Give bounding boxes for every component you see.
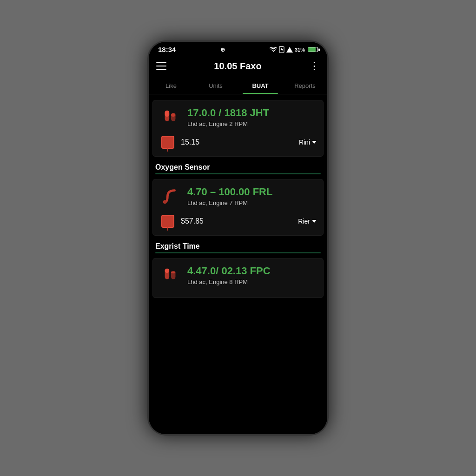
- svg-marker-3: [286, 47, 293, 53]
- card-1-price: 15.15: [181, 138, 294, 146]
- status-time: 18:34: [158, 46, 176, 53]
- chevron-down-icon-1: [312, 141, 317, 144]
- oxygen-sensor-icon: [161, 187, 180, 205]
- hamburger-line-1: [156, 62, 166, 63]
- battery-icon: [308, 47, 318, 52]
- card-2-label: Lhd ac, Engine 7 RPM: [187, 199, 317, 206]
- card-2-icon: [159, 185, 182, 207]
- svg-marker-2: [280, 48, 283, 52]
- svg-rect-12: [171, 271, 176, 273]
- more-options-button[interactable]: ⋮: [309, 60, 320, 72]
- card-2-dropdown[interactable]: Rier: [298, 218, 317, 225]
- wifi-icon: [270, 47, 277, 53]
- tab-units[interactable]: Units: [193, 77, 238, 94]
- exgrist-time-title: Exgrist Time: [155, 242, 321, 251]
- app-title: 10.05 Faxo: [214, 61, 261, 72]
- fuel-gauge-icon: [161, 108, 180, 126]
- section-divider-1: [155, 173, 321, 174]
- card-2-value: 4.70 – 100.00 FRL: [187, 186, 317, 198]
- card-1-value: 17.0.0 / 1818 JHT: [187, 107, 317, 119]
- oxygen-sensor-title: Oxygen Sensor: [155, 163, 321, 172]
- content-area: 17.0.0 / 1818 JHT Lhd ac, Engine 2 RPM 1…: [149, 94, 327, 434]
- svg-rect-1: [280, 46, 283, 46]
- card-1-label: Lhd ac, Engine 2 RPM: [187, 120, 317, 127]
- status-icons: 31%: [270, 46, 318, 53]
- card-2-secondary-icon: [159, 213, 176, 230]
- card-2-price: $57.85: [181, 217, 293, 225]
- svg-point-8: [163, 200, 167, 204]
- svg-rect-7: [171, 113, 176, 117]
- card-1: 17.0.0 / 1818 JHT Lhd ac, Engine 2 RPM 1…: [152, 100, 324, 157]
- exgrist-fuel-icon: [161, 266, 180, 284]
- status-bar: 18:34 ⊕ 31: [149, 42, 327, 55]
- red-square-icon-1: [161, 136, 174, 149]
- card-3-label: Lhd ac, Engine 8 RPM: [187, 278, 317, 285]
- location-icon: ⊕: [220, 46, 225, 53]
- signal-icon: [286, 47, 293, 53]
- tab-like[interactable]: Like: [149, 77, 193, 94]
- card-1-secondary-icon: [159, 134, 176, 151]
- card-1-main-row: 17.0.0 / 1818 JHT Lhd ac, Engine 2 RPM: [159, 106, 317, 128]
- hamburger-line-3: [156, 69, 166, 70]
- card-2-info: 4.70 – 100.00 FRL Lhd ac, Engine 7 RPM: [187, 186, 317, 206]
- card-2-main-row: 4.70 – 100.00 FRL Lhd ac, Engine 7 RPM: [159, 185, 317, 207]
- signal-percent: 31%: [295, 47, 305, 53]
- charge-icon: [279, 46, 284, 53]
- phone-screen: 18:34 ⊕ 31: [149, 42, 327, 434]
- tab-buat[interactable]: BUAT: [238, 77, 283, 94]
- tab-bar: Like Units BUAT Reports: [149, 77, 327, 94]
- section-divider-2: [155, 252, 321, 253]
- phone-shell: 18:34 ⊕ 31: [147, 40, 329, 436]
- card-3-info: 4.47.0/ 02.13 FPC Lhd ac, Engine 8 RPM: [187, 265, 317, 285]
- tab-reports[interactable]: Reports: [283, 77, 327, 94]
- card-1-info: 17.0.0 / 1818 JHT Lhd ac, Engine 2 RPM: [187, 107, 317, 127]
- card-1-dropdown-label: Rini: [299, 139, 310, 146]
- card-3-value: 4.47.0/ 02.13 FPC: [187, 265, 317, 277]
- chevron-down-icon-2: [312, 220, 317, 223]
- svg-rect-6: [165, 111, 170, 117]
- card-3-main-row: 4.47.0/ 02.13 FPC Lhd ac, Engine 8 RPM: [159, 264, 317, 286]
- card-3-icon: [159, 264, 182, 286]
- card-2-dropdown-label: Rier: [298, 218, 310, 225]
- card-2-secondary-row: $57.85 Rier: [159, 213, 317, 230]
- card-1-secondary-row: 15.15 Rini: [159, 134, 317, 151]
- red-square-icon-2: [161, 215, 174, 228]
- card-3: 4.47.0/ 02.13 FPC Lhd ac, Engine 8 RPM: [152, 258, 324, 298]
- app-bar: 10.05 Faxo ⋮: [149, 55, 327, 77]
- card-1-dropdown[interactable]: Rini: [299, 139, 317, 146]
- card-2: 4.70 – 100.00 FRL Lhd ac, Engine 7 RPM $…: [152, 179, 324, 236]
- svg-rect-11: [165, 269, 170, 273]
- section-oxygen-sensor: Oxygen Sensor: [149, 159, 327, 177]
- hamburger-line-2: [156, 66, 166, 66]
- card-1-icon: [159, 106, 182, 128]
- hamburger-menu-button[interactable]: [156, 62, 166, 70]
- section-exgrist-time: Exgrist Time: [149, 238, 327, 256]
